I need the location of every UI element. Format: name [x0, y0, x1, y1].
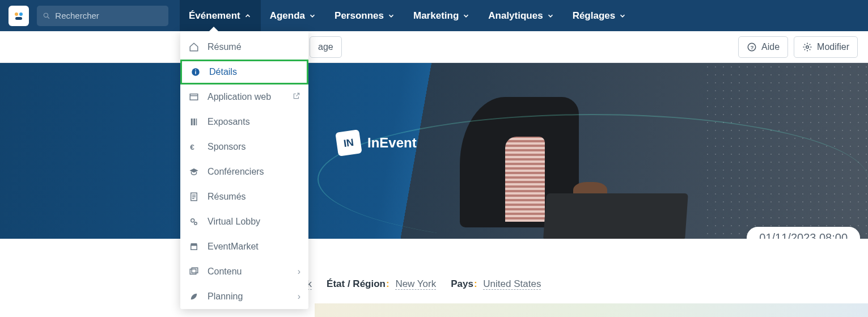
document-icon: [188, 192, 200, 202]
help-icon: ?: [747, 42, 757, 52]
nav-label: Analytiques: [488, 10, 543, 22]
svg-rect-12: [196, 119, 197, 125]
dd-resumes[interactable]: Résumés: [180, 184, 308, 209]
nav-label: Événement: [189, 10, 240, 22]
window-icon: [188, 92, 200, 102]
svg-rect-2: [15, 17, 22, 20]
dd-label: Résumés: [208, 192, 246, 202]
dd-label: Résumé: [208, 42, 242, 52]
nav-label: Agenda: [270, 10, 305, 22]
home-icon: [188, 42, 200, 52]
dd-label: Exposants: [208, 117, 250, 127]
dd-sponsors[interactable]: € Sponsors: [180, 134, 308, 159]
svg-rect-10: [191, 119, 193, 125]
leaf-icon: [188, 291, 200, 302]
main-nav: Événement Agenda Personnes Marketing Ana…: [180, 0, 636, 31]
graduation-icon: [188, 167, 200, 177]
event-datetime: 01/11/2023 08:00: [759, 231, 848, 239]
evenement-dropdown: Résumé Détails Application web Exposants…: [180, 31, 308, 309]
nav-personnes[interactable]: Personnes: [325, 0, 404, 31]
dd-label: Planning: [208, 291, 243, 302]
page-button-partial[interactable]: age: [310, 36, 342, 58]
meta-pays-value[interactable]: United States: [483, 278, 541, 290]
dd-virtuallobby[interactable]: Virtual Lobby: [180, 209, 308, 234]
chevron-up-icon: [244, 12, 252, 20]
hero-brand: IN InEvent: [337, 131, 417, 155]
event-datetime-chip: 01/11/2023 08:00: [747, 227, 860, 239]
top-bar: Événement Agenda Personnes Marketing Ana…: [0, 0, 868, 31]
dd-appweb[interactable]: Application web: [180, 84, 308, 109]
svg-rect-22: [192, 268, 198, 273]
meta-pays-label: Pays: [451, 278, 477, 289]
search-box[interactable]: [37, 6, 168, 26]
dd-label: Sponsors: [208, 142, 246, 152]
help-button[interactable]: ? Aide: [738, 36, 788, 58]
page-content: age ? Aide Modifier IN InEvent 01/11: [0, 31, 868, 317]
nav-evenement[interactable]: Événement: [180, 0, 261, 31]
hero-banner: IN InEvent 01/11/2023 08:00: [0, 63, 868, 239]
columns-icon: [188, 117, 200, 127]
svg-rect-7: [195, 70, 196, 71]
dd-label: Conférenciers: [208, 167, 264, 177]
app-logo[interactable]: [9, 6, 29, 26]
chevron-right-icon: ›: [298, 267, 300, 277]
search-input[interactable]: [55, 11, 163, 20]
svg-point-19: [194, 222, 197, 225]
meta-etat-value[interactable]: New York: [395, 278, 436, 290]
nav-label: Marketing: [413, 10, 459, 22]
dd-label: Application web: [208, 92, 271, 102]
dd-resume[interactable]: Résumé: [180, 35, 308, 60]
chevron-down-icon: [462, 12, 470, 20]
dd-eventmarket[interactable]: EventMarket: [180, 234, 308, 259]
gear-icon: [802, 42, 812, 52]
nav-label: Réglages: [573, 10, 616, 22]
dd-conferenciers[interactable]: Conférenciers: [180, 159, 308, 184]
dd-label: Détails: [209, 67, 237, 77]
dd-label: Virtual Lobby: [208, 217, 260, 227]
store-icon: [188, 242, 200, 252]
nav-reglages[interactable]: Réglages: [564, 0, 636, 31]
nav-agenda[interactable]: Agenda: [261, 0, 325, 31]
svg-rect-21: [190, 269, 196, 274]
svg-point-25: [806, 45, 809, 48]
svg-point-0: [15, 12, 18, 16]
meta-etat-label: État / Région: [327, 278, 389, 289]
svg-rect-8: [190, 94, 198, 100]
chevron-down-icon: [308, 12, 316, 20]
brand-name: InEvent: [367, 135, 417, 151]
euro-icon: €: [188, 142, 200, 152]
map-preview[interactable]: [315, 303, 868, 317]
page-toolbar: age ? Aide Modifier: [0, 31, 868, 63]
chevron-down-icon: [619, 12, 626, 20]
dd-contenu[interactable]: Contenu ›: [180, 259, 308, 284]
dd-details[interactable]: Détails: [180, 60, 308, 84]
svg-point-1: [19, 12, 23, 16]
brand-logo-icon: IN: [335, 129, 362, 156]
search-icon: [43, 11, 50, 20]
svg-rect-20: [191, 246, 197, 250]
info-icon: [190, 67, 201, 77]
dd-planning[interactable]: Planning ›: [180, 284, 308, 309]
chevron-right-icon: ›: [298, 291, 300, 302]
event-title: ent: [215, 251, 868, 270]
svg-point-18: [191, 219, 194, 222]
dd-exposants[interactable]: Exposants: [180, 109, 308, 134]
chevron-down-icon: [547, 12, 554, 20]
chevron-down-icon: [387, 12, 395, 20]
external-link-icon: [293, 92, 300, 102]
gears-icon: [188, 217, 200, 227]
event-meta: nt Ville New York État / Région New York…: [215, 278, 868, 290]
dd-label: Contenu: [208, 267, 242, 277]
nav-analytiques[interactable]: Analytiques: [479, 0, 563, 31]
dd-label: EventMarket: [208, 242, 259, 252]
svg-line-4: [48, 16, 49, 18]
edit-button[interactable]: Modifier: [794, 36, 858, 58]
nav-marketing[interactable]: Marketing: [404, 0, 479, 31]
button-label: age: [318, 42, 333, 52]
svg-point-3: [44, 13, 48, 17]
images-icon: [188, 267, 200, 277]
svg-rect-6: [195, 71, 196, 74]
nav-label: Personnes: [335, 10, 384, 22]
button-label: Aide: [761, 42, 780, 52]
button-label: Modifier: [817, 42, 849, 52]
